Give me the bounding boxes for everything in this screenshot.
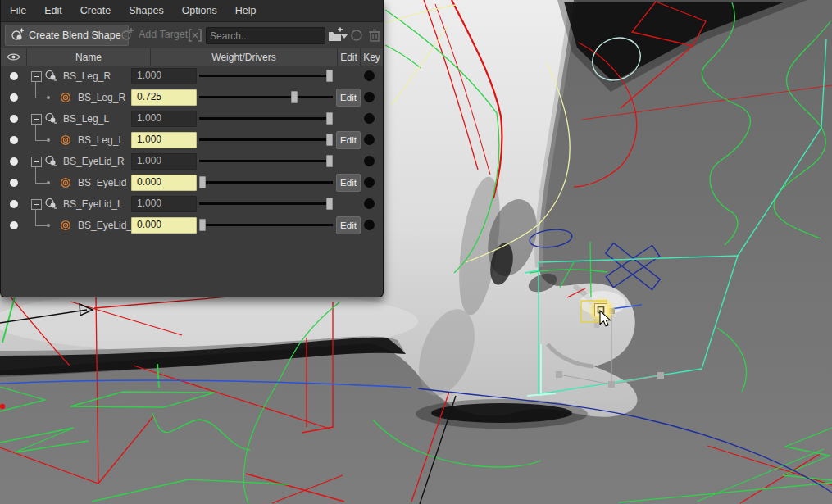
weight-value-field[interactable]: 0.000: [131, 217, 197, 234]
edit-button[interactable]: Edit: [336, 174, 361, 192]
manipulator-handle[interactable]: [608, 381, 615, 388]
name-column-header[interactable]: Name: [27, 48, 150, 66]
visibility-dot[interactable]: [10, 93, 18, 102]
key-dot[interactable]: [364, 70, 375, 81]
weight-slider[interactable]: [199, 70, 333, 83]
key-column-header[interactable]: Key: [361, 48, 383, 66]
manipulator-handle[interactable]: [556, 371, 562, 378]
weight-slider[interactable]: [199, 176, 333, 189]
tree-connector-dot: [47, 181, 50, 184]
edit-column-header[interactable]: Edit: [338, 48, 360, 66]
tree-connector-dot: [47, 96, 50, 99]
row-name[interactable]: BS_EyeLid_L: [63, 198, 123, 210]
weight-value-field[interactable]: 1.000: [131, 132, 197, 148]
menu-edit[interactable]: Edit: [35, 0, 71, 21]
row-name[interactable]: BS_EyeLid_L: [78, 220, 138, 231]
menu-create[interactable]: Create: [71, 0, 120, 21]
slider-handle[interactable]: [291, 91, 298, 103]
delete-icon[interactable]: [366, 27, 383, 43]
visibility-dot[interactable]: [10, 157, 18, 166]
edit-button[interactable]: Edit: [336, 89, 361, 107]
row-name[interactable]: BS_EyeLid_R: [63, 156, 125, 167]
add-target-icon: [120, 27, 134, 42]
select-deformer-icon[interactable]: [348, 27, 365, 43]
key-dot[interactable]: [364, 177, 375, 188]
row-name[interactable]: BS_EyeLid_R: [78, 177, 139, 188]
row-name[interactable]: BS_Leg_R: [78, 92, 125, 103]
weight-slider[interactable]: [199, 198, 333, 211]
menu-options[interactable]: Options: [173, 0, 226, 21]
add-target-button[interactable]: Add Target: [116, 25, 194, 44]
row-name[interactable]: BS_Leg_L: [78, 134, 124, 146]
slider-handle[interactable]: [326, 112, 333, 125]
create-group-icon[interactable]: [327, 27, 343, 43]
table-row-target: BS_Leg_R 0.725 Edit: [1, 87, 383, 108]
weight-value-field[interactable]: 1.000: [131, 111, 197, 127]
visibility-dot[interactable]: [10, 179, 18, 187]
target-icon: [59, 176, 72, 189]
row-name[interactable]: BS_Leg_R: [63, 70, 111, 82]
search-input[interactable]: [207, 30, 340, 42]
row-name[interactable]: BS_Leg_L: [63, 113, 109, 125]
menu-bar: File Edit Create Shapes Options Help: [1, 0, 383, 22]
table-row-target: BS_EyeLid_R 0.000 Edit: [1, 172, 383, 193]
key-dot[interactable]: [364, 113, 375, 124]
mirror-target-icon[interactable]: [187, 27, 203, 43]
weight-slider[interactable]: [199, 219, 333, 232]
menu-shapes[interactable]: Shapes: [120, 0, 172, 21]
table-header: Name Weight/Drivers Edit Key: [1, 48, 383, 66]
menu-help[interactable]: Help: [226, 0, 266, 21]
weight-value-field[interactable]: 1.000: [131, 153, 197, 170]
tree-connector-dot: [47, 224, 50, 227]
eye-icon: [7, 52, 20, 61]
key-dot[interactable]: [364, 198, 375, 209]
weight-value-field[interactable]: 1.000: [131, 68, 197, 84]
weight-slider[interactable]: [199, 155, 333, 168]
tree-connector: [35, 124, 47, 141]
create-blend-shape-button[interactable]: Create Blend Shape: [5, 25, 129, 46]
key-dot[interactable]: [364, 220, 375, 230]
slider-track: [199, 160, 333, 162]
search-box: [206, 27, 325, 44]
target-icon: [59, 219, 72, 232]
visibility-dot[interactable]: [10, 72, 18, 80]
slider-handle[interactable]: [199, 176, 206, 188]
target-icon: [59, 134, 72, 147]
weight-value-field[interactable]: 1.000: [131, 196, 197, 212]
edit-button[interactable]: Edit: [336, 216, 361, 234]
weight-slider[interactable]: [199, 134, 333, 147]
edit-button[interactable]: Edit: [336, 131, 361, 149]
key-dot[interactable]: [364, 156, 375, 166]
table-row-blendshape-node: BS_EyeLid_R 1.000: [1, 151, 383, 172]
weight-value-field[interactable]: 0.000: [131, 175, 197, 191]
slider-handle[interactable]: [326, 155, 333, 167]
slider-track: [199, 224, 333, 226]
manipulator-handle[interactable]: [657, 372, 664, 379]
visibility-column-header[interactable]: [1, 48, 26, 66]
table-row-blendshape-node: BS_Leg_L 1.000: [1, 108, 383, 129]
key-dot[interactable]: [364, 92, 375, 102]
weight-slider[interactable]: [199, 112, 333, 125]
weight-column-header[interactable]: Weight/Drivers: [151, 48, 337, 66]
visibility-dot[interactable]: [10, 200, 18, 208]
slider-handle[interactable]: [199, 219, 206, 231]
visibility-dot[interactable]: [10, 136, 18, 144]
target-icon: [59, 91, 72, 104]
add-target-label: Add Target: [139, 29, 188, 40]
toolbar: Create Blend Shape Add Target: [1, 22, 383, 48]
weight-slider[interactable]: [199, 91, 333, 104]
menu-file[interactable]: File: [1, 0, 35, 21]
slider-handle[interactable]: [326, 198, 333, 210]
tree-connector-dot: [47, 138, 50, 142]
weight-value-field[interactable]: 0.725: [131, 89, 197, 106]
table-row-blendshape-node: BS_EyeLid_L 1.000: [1, 193, 383, 215]
slider-handle[interactable]: [326, 134, 333, 146]
visibility-dot[interactable]: [10, 221, 18, 229]
tree-connector: [35, 209, 47, 226]
application-window: File Edit Create Shapes Options Help Cre…: [0, 0, 832, 504]
slider-track: [199, 138, 333, 141]
visibility-dot[interactable]: [10, 115, 18, 123]
key-dot[interactable]: [364, 134, 375, 145]
tree-connector: [35, 166, 47, 184]
slider-handle[interactable]: [326, 70, 333, 82]
